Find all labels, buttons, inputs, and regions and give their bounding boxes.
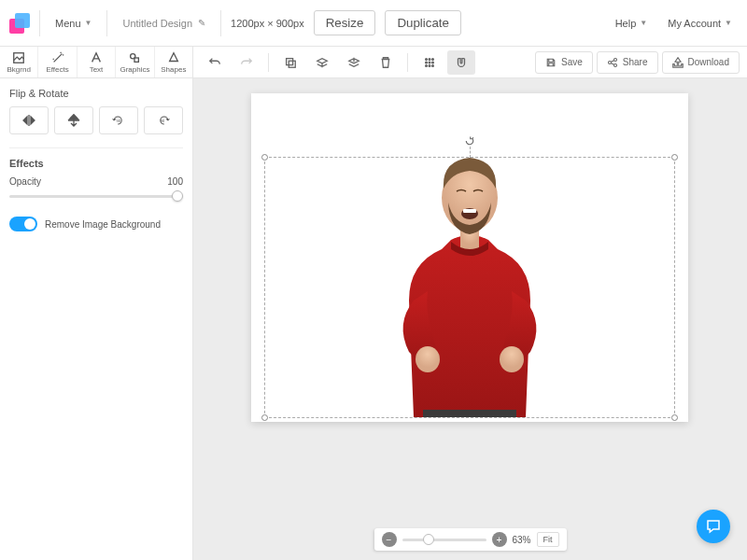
effects-title: Effects xyxy=(9,158,183,169)
zoom-slider[interactable] xyxy=(402,537,486,542)
undo-icon xyxy=(208,56,221,69)
share-button[interactable]: Share xyxy=(597,51,658,74)
grid-icon xyxy=(423,56,436,69)
download-icon xyxy=(672,57,684,68)
flip-vertical-button[interactable] xyxy=(54,106,93,134)
trash-icon xyxy=(379,56,392,69)
resize-button[interactable]: Resize xyxy=(314,10,376,35)
help-fab[interactable] xyxy=(697,510,730,543)
layer-down-icon xyxy=(316,56,329,69)
flip-h-icon xyxy=(21,113,36,128)
svg-point-5 xyxy=(426,58,428,60)
left-tool-tabs: Bkgrnd Effects Text Graphics Shapes xyxy=(0,47,193,77)
download-button[interactable]: Download xyxy=(662,51,740,74)
resize-handle-tl[interactable] xyxy=(261,154,268,161)
caret-down-icon: ▼ xyxy=(725,19,732,27)
artboard[interactable] xyxy=(251,93,688,422)
zoom-out-button[interactable]: − xyxy=(381,532,396,547)
opacity-label: Opacity xyxy=(9,176,41,187)
zoom-in-button[interactable]: + xyxy=(491,532,506,547)
tab-effects[interactable]: Effects xyxy=(38,47,77,77)
design-title[interactable]: Untitled Design ✎ xyxy=(117,14,211,33)
redo-button[interactable] xyxy=(233,50,261,75)
rotate-cw-button[interactable]: 90 xyxy=(144,106,183,134)
resize-handle-br[interactable] xyxy=(671,414,678,421)
tab-graphics[interactable]: Graphics xyxy=(116,47,154,77)
svg-point-19 xyxy=(416,346,440,372)
flip-rotate-buttons: 90 90 xyxy=(9,106,183,134)
wand-icon xyxy=(51,51,64,64)
canvas-toolbar: Save Share Download xyxy=(193,47,747,77)
layer-up-icon xyxy=(347,56,360,69)
effects-sidebar: Flip & Rotate 90 90 Effects Opacity 100 … xyxy=(0,78,193,560)
rotate-cw-icon: 90 xyxy=(156,113,171,128)
save-button[interactable]: Save xyxy=(535,51,593,74)
divider xyxy=(220,10,221,36)
selected-image[interactable] xyxy=(358,137,582,417)
share-label: Share xyxy=(623,57,648,67)
svg-point-12 xyxy=(429,64,430,66)
svg-point-14 xyxy=(608,61,611,63)
resize-handle-bl[interactable] xyxy=(261,414,268,421)
save-label: Save xyxy=(561,57,583,67)
layer-up-button[interactable] xyxy=(340,50,368,75)
zoom-bar: − + 63% Fit xyxy=(374,528,566,551)
divider xyxy=(39,10,40,36)
flip-v-icon xyxy=(66,113,81,128)
canvas-area[interactable]: − + 63% Fit xyxy=(193,78,747,560)
toolbar-row: Bkgrnd Effects Text Graphics Shapes Sa xyxy=(0,47,747,78)
selection-box[interactable] xyxy=(264,157,675,418)
tab-label: Shapes xyxy=(161,65,186,74)
undo-button[interactable] xyxy=(201,50,229,75)
rotate-ccw-button[interactable]: 90 xyxy=(99,106,138,134)
zoom-value: 63% xyxy=(512,535,530,545)
delete-button[interactable] xyxy=(372,50,400,75)
save-icon xyxy=(545,57,557,68)
zoom-fit-button[interactable]: Fit xyxy=(537,532,559,547)
opacity-slider[interactable] xyxy=(9,189,183,203)
help-dropdown[interactable]: Help ▼ xyxy=(610,14,654,33)
tab-background[interactable]: Bkgrnd xyxy=(0,47,38,77)
menu-label: Menu xyxy=(55,18,81,29)
layer-down-button[interactable] xyxy=(308,50,336,75)
account-label: My Account xyxy=(668,18,721,29)
tab-shapes[interactable]: Shapes xyxy=(155,47,192,77)
text-icon xyxy=(90,51,103,64)
chat-icon xyxy=(705,518,722,535)
svg-point-11 xyxy=(426,64,428,66)
flip-rotate-title: Flip & Rotate xyxy=(9,88,183,99)
svg-rect-2 xyxy=(134,58,138,62)
pencil-icon: ✎ xyxy=(198,18,205,28)
menu-dropdown[interactable]: Menu ▼ xyxy=(49,14,97,33)
help-label: Help xyxy=(615,18,637,29)
duplicate-button[interactable]: Duplicate xyxy=(385,10,461,35)
account-dropdown[interactable]: My Account ▼ xyxy=(662,14,738,33)
redo-icon xyxy=(240,56,253,69)
svg-rect-25 xyxy=(423,410,516,417)
svg-point-9 xyxy=(429,62,430,63)
tab-label: Text xyxy=(90,65,104,74)
svg-rect-3 xyxy=(287,58,293,64)
copy-button[interactable] xyxy=(276,50,304,75)
svg-point-8 xyxy=(426,62,428,63)
magnet-icon xyxy=(455,56,468,69)
resize-handle-tr[interactable] xyxy=(671,154,678,161)
separator xyxy=(407,53,408,72)
snap-button[interactable] xyxy=(447,50,475,75)
svg-point-16 xyxy=(613,63,616,66)
flip-horizontal-button[interactable] xyxy=(9,106,49,134)
svg-rect-24 xyxy=(463,209,476,213)
divider xyxy=(9,147,183,148)
caret-down-icon: ▼ xyxy=(85,19,92,27)
svg-rect-4 xyxy=(289,61,295,67)
caret-down-icon: ▼ xyxy=(640,19,647,27)
remove-bg-label: Remove Image Background xyxy=(45,219,161,230)
shapes-icon xyxy=(167,51,180,64)
app-logo[interactable] xyxy=(9,13,30,34)
remove-bg-toggle[interactable] xyxy=(9,217,37,231)
opacity-value: 100 xyxy=(167,176,183,187)
grid-button[interactable] xyxy=(416,50,444,75)
tab-text[interactable]: Text xyxy=(78,47,116,77)
remove-bg-row: Remove Image Background xyxy=(9,217,183,231)
svg-point-10 xyxy=(432,62,434,63)
